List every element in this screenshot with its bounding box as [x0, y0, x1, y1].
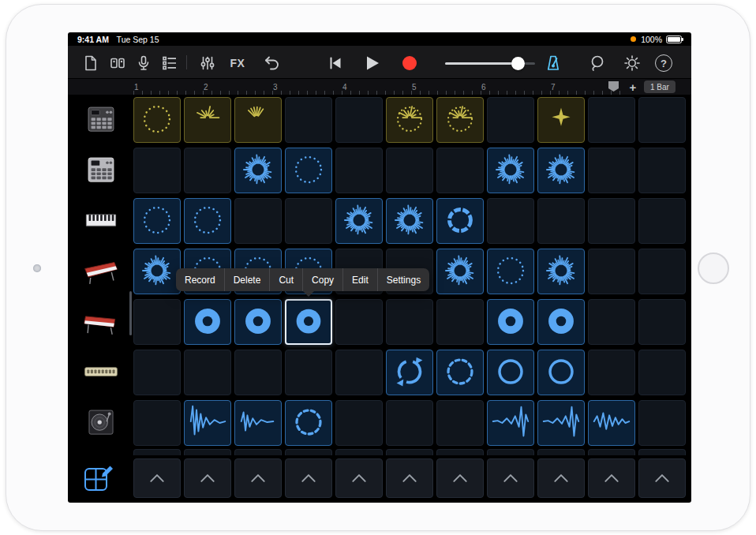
- column-trigger-button[interactable]: [133, 458, 181, 498]
- empty-cell[interactable]: [487, 97, 534, 143]
- document-button[interactable]: [80, 53, 101, 73]
- play-button[interactable]: [361, 53, 382, 73]
- empty-cell[interactable]: [588, 350, 635, 395]
- track-icon-percussion-kit[interactable]: [73, 350, 129, 395]
- empty-cell[interactable]: [386, 299, 433, 345]
- track-icon-drum-machine-light[interactable]: [73, 148, 129, 193]
- empty-cell[interactable]: [386, 400, 433, 446]
- empty-cell[interactable]: [588, 148, 635, 193]
- track-icon-drum-machine-dark[interactable]: [73, 97, 129, 143]
- scrollbar-thumb[interactable]: [129, 291, 132, 335]
- loop-cell[interactable]: [537, 400, 585, 446]
- time-ruler[interactable]: 1234567 + 1 Bar: [68, 79, 691, 95]
- menu-item-edit[interactable]: Edit: [343, 268, 378, 291]
- column-trigger-button[interactable]: [537, 458, 585, 498]
- tracks-view-button[interactable]: [159, 53, 180, 73]
- menu-item-settings[interactable]: Settings: [378, 268, 429, 291]
- empty-cell[interactable]: [133, 148, 181, 193]
- empty-cell[interactable]: [234, 350, 282, 395]
- menu-item-record[interactable]: Record: [176, 268, 225, 291]
- loop-cell[interactable]: [285, 148, 332, 193]
- loop-cell[interactable]: [487, 350, 534, 395]
- loop-cell[interactable]: [537, 249, 585, 294]
- loop-cell[interactable]: [436, 198, 484, 244]
- loop-cell[interactable]: [487, 148, 534, 193]
- empty-cell[interactable]: [133, 299, 181, 345]
- loop-cell[interactable]: [537, 148, 585, 193]
- empty-cell[interactable]: [436, 148, 484, 193]
- live-loops-view-button[interactable]: [107, 53, 128, 73]
- empty-cell[interactable]: [638, 299, 686, 345]
- empty-cell[interactable]: [588, 249, 635, 294]
- column-trigger-button[interactable]: [386, 458, 433, 498]
- loop-cell[interactable]: [234, 299, 282, 345]
- loop-cell[interactable]: [386, 198, 433, 244]
- empty-cell[interactable]: [335, 148, 383, 193]
- menu-item-delete[interactable]: Delete: [225, 268, 271, 291]
- loop-cell[interactable]: [234, 148, 282, 193]
- track-icon-turntable[interactable]: [73, 400, 129, 446]
- home-button[interactable]: [698, 253, 729, 284]
- help-button[interactable]: ?: [655, 54, 672, 72]
- column-trigger-button[interactable]: [335, 458, 383, 498]
- empty-cell[interactable]: [436, 400, 484, 446]
- empty-cell[interactable]: [184, 350, 231, 395]
- fx-button[interactable]: FX: [224, 53, 251, 73]
- loop-cell[interactable]: [537, 299, 585, 345]
- loop-cell[interactable]: [234, 400, 282, 446]
- column-trigger-button[interactable]: [184, 458, 231, 498]
- loop-cell[interactable]: [133, 97, 181, 143]
- track-icon-grand-piano[interactable]: [73, 198, 129, 244]
- volume-knob[interactable]: [511, 57, 525, 70]
- empty-cell[interactable]: [335, 97, 383, 143]
- loop-cell[interactable]: [386, 97, 433, 143]
- empty-cell[interactable]: [133, 350, 181, 395]
- empty-cell[interactable]: [285, 350, 332, 395]
- empty-cell[interactable]: [436, 299, 484, 345]
- loop-cell[interactable]: [436, 249, 484, 294]
- loop-cell[interactable]: [386, 350, 433, 395]
- loop-cell[interactable]: [133, 249, 181, 294]
- column-trigger-button[interactable]: [487, 458, 534, 498]
- empty-cell[interactable]: [285, 97, 332, 143]
- loop-cell[interactable]: [487, 299, 534, 345]
- add-section-button[interactable]: +: [625, 79, 641, 95]
- column-trigger-button[interactable]: [638, 458, 686, 498]
- loop-cell[interactable]: [487, 249, 534, 294]
- undo-button[interactable]: [262, 53, 283, 73]
- empty-cell[interactable]: [133, 400, 181, 446]
- empty-cell[interactable]: [588, 299, 635, 345]
- loop-cell[interactable]: [184, 400, 231, 446]
- empty-cell[interactable]: [285, 198, 332, 244]
- record-button[interactable]: [399, 53, 420, 73]
- loop-cell[interactable]: [487, 400, 534, 446]
- empty-cell[interactable]: [386, 148, 433, 193]
- grid-length-button[interactable]: 1 Bar: [644, 80, 676, 93]
- empty-cell[interactable]: [638, 249, 686, 294]
- empty-cell[interactable]: [638, 198, 686, 244]
- empty-cell[interactable]: [638, 400, 686, 446]
- loop-cell-selected[interactable]: [285, 299, 332, 345]
- loop-cell[interactable]: [184, 198, 231, 244]
- empty-cell[interactable]: [234, 198, 282, 244]
- loop-cell[interactable]: [436, 97, 484, 143]
- empty-cell[interactable]: [638, 148, 686, 193]
- loop-browser-button[interactable]: [587, 53, 608, 73]
- column-trigger-button[interactable]: [234, 458, 282, 498]
- empty-cell[interactable]: [588, 97, 635, 143]
- empty-cell[interactable]: [537, 198, 585, 244]
- loop-cell[interactable]: [436, 350, 484, 395]
- settings-button[interactable]: [622, 53, 642, 73]
- volume-slider[interactable]: [445, 53, 535, 73]
- loop-cell[interactable]: [184, 97, 231, 143]
- loop-cell[interactable]: [588, 400, 635, 446]
- empty-cell[interactable]: [335, 400, 383, 446]
- column-trigger-button[interactable]: [436, 458, 484, 498]
- cell-edit-mode-button[interactable]: [80, 462, 117, 496]
- menu-item-copy[interactable]: Copy: [303, 268, 343, 291]
- loop-cell[interactable]: [537, 97, 585, 143]
- menu-item-cut[interactable]: Cut: [270, 268, 303, 291]
- empty-cell[interactable]: [335, 299, 383, 345]
- loop-cell[interactable]: [184, 299, 231, 345]
- empty-cell[interactable]: [588, 198, 635, 244]
